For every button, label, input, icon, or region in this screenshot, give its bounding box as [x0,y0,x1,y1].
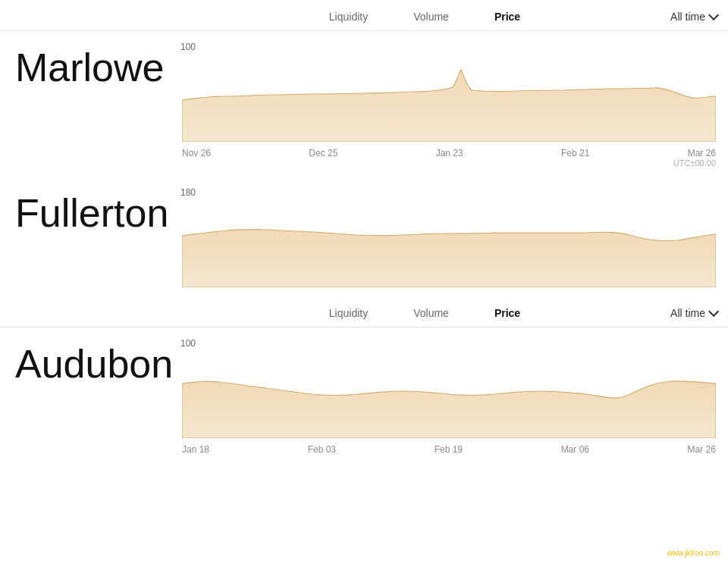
audubon-chart-section: Audubon 100 Jan 18 Feb 03 Feb 19 Mar 06 … [0,327,728,455]
x-label: Nov 26 [182,148,211,158]
tab-bar-2: Liquidity Volume Price All time [0,296,728,327]
tab-bar-inner-2: Liquidity Volume Price [0,306,728,321]
marlowe-y-label: 100 [180,42,196,52]
audubon-label: Audubon [0,327,182,386]
x-label: Feb 19 [435,444,463,455]
x-label: Jan 23 [436,148,463,158]
fullerton-section: Fullerton 180 [0,177,728,296]
x-label: Mar 26 [688,444,716,455]
x-label: Jan 18 [182,444,209,455]
x-label: Feb 03 [308,444,336,455]
marlowe-section: Liquidity Volume Price All time Marlowe … [0,0,728,177]
tab-bar-1: Liquidity Volume Price All time [0,0,728,31]
audubon-y-label: 100 [180,338,196,349]
time-range-2[interactable]: All time [670,307,716,319]
marlowe-chart-section: Marlowe 100 Nov 26 Dec 25 Jan 23 Feb 21 … [0,31,728,171]
marlowe-x-labels: Nov 26 Dec 25 Jan 23 Feb 21 Mar 26 [182,145,716,158]
tab-liquidity-1[interactable]: Liquidity [329,9,368,24]
fullerton-label: Fullerton [0,177,182,235]
fullerton-chart-section: Fullerton 180 [0,177,728,290]
watermark: www.jklroo.com [665,548,722,558]
audubon-chart [182,355,716,438]
time-range-1[interactable]: All time [670,11,716,23]
audubon-x-labels: Jan 18 Feb 03 Feb 19 Mar 06 Mar 26 [182,441,716,455]
x-label: Dec 25 [309,148,337,158]
fullerton-chart [182,204,716,287]
tab-price-1[interactable]: Price [494,9,520,24]
fullerton-y-label: 180 [180,187,196,198]
fullerton-chart-area: 180 [182,183,716,290]
x-label: Mar 26 [688,148,716,158]
marlowe-chart-area: 100 Nov 26 Dec 25 Jan 23 Feb 21 Mar 26 U… [182,37,716,171]
utc-label-1: UTC±00:00 [182,158,716,168]
audubon-section: Audubon 100 Jan 18 Feb 03 Feb 19 Mar 06 … [0,327,728,461]
audubon-chart-area: 100 Jan 18 Feb 03 Feb 19 Mar 06 Mar 26 [182,334,716,455]
x-label: Feb 21 [561,148,589,158]
marlowe-chart [182,58,716,142]
tab-bar-inner-1: Liquidity Volume Price [0,9,728,24]
marlowe-label: Marlowe [0,31,182,89]
tab-liquidity-2[interactable]: Liquidity [329,306,368,321]
tab-volume-2[interactable]: Volume [413,306,449,321]
time-range-label-1: All time [670,11,705,23]
time-range-label-2: All time [670,307,705,319]
tab-volume-1[interactable]: Volume [413,9,449,24]
x-label: Mar 06 [561,444,589,455]
tab-price-2[interactable]: Price [494,306,520,321]
